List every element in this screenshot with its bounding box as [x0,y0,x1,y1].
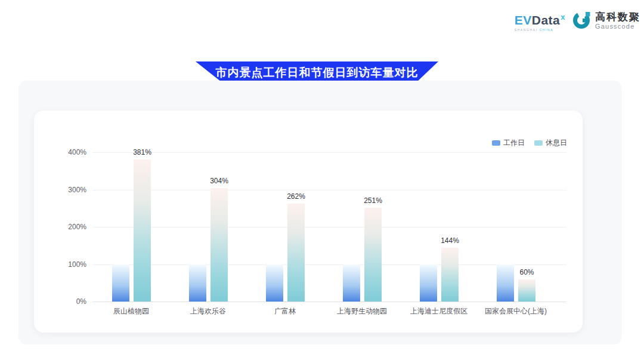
bar-休息日 [364,208,382,302]
evdata-wordmark: EVDatax [515,11,565,27]
bar-value-label: 304% [210,177,228,185]
bar-工作日 [343,264,360,302]
gridline [92,264,566,265]
legend-item-工作日[interactable]: 工作日 [492,138,525,148]
gridline [92,227,566,227]
legend-label: 休息日 [546,138,567,148]
gridline [92,190,566,190]
bar-工作日 [112,264,129,302]
x-axis-label: 上海野生动物园 [337,306,387,316]
chart-card: 工作日休息日 0%100%200%300%400%381%辰山植物园304%上海… [34,110,583,333]
evdata-x-mark: x [561,13,565,21]
y-axis-tick: 100% [51,260,86,269]
header: EVDatax SHANGHAI CHINA 高科数聚 Gausscode [515,10,640,32]
evdata-subtext-right: CHINA [540,28,554,32]
bar-工作日 [497,264,514,302]
x-axis-label: 上海欢乐谷 [190,306,226,316]
gausscode-cn-name: 高科数聚 [595,12,640,23]
legend-swatch [534,140,543,146]
gausscode-logo: 高科数聚 Gausscode [572,10,640,32]
evdata-subtext: SHANGHAI CHINA [515,28,553,32]
legend-swatch [492,140,500,146]
evdata-data-text: Data [532,13,561,27]
bar-value-label: 144% [441,236,459,245]
y-axis-tick: 300% [51,186,86,194]
x-axis-label: 国家会展中心(上海) [485,306,547,316]
page: EVDatax SHANGHAI CHINA 高科数聚 Gausscode 市内… [0,0,644,363]
evdata-ev-text: EV [515,13,532,27]
evdata-logo: EVDatax SHANGHAI CHINA [515,11,565,32]
bar-工作日 [189,264,206,302]
bar-工作日 [266,264,283,302]
bar-value-label: 60% [519,268,534,276]
gausscode-text: 高科数聚 Gausscode [595,12,640,30]
gridline [92,152,566,153]
y-axis-tick: 0% [51,297,86,306]
page-title: 市内景点工作日和节假日到访车量对比 [216,65,419,81]
bar-value-label: 262% [287,192,305,201]
bar-value-label: 251% [364,196,382,205]
bar-休息日 [134,159,151,302]
x-axis-line [92,302,566,302]
bar-休息日 [441,248,459,302]
legend-label: 工作日 [503,138,525,148]
bar-value-label: 381% [133,148,151,156]
evdata-subtext-left: SHANGHAI [515,28,538,32]
bar-chart: 0%100%200%300%400%381%辰山植物园304%上海欢乐谷262%… [92,152,566,302]
bar-工作日 [420,264,437,302]
gausscode-g-icon [572,10,592,32]
gausscode-en-name: Gausscode [595,23,640,30]
chart-legend: 工作日休息日 [492,138,567,148]
legend-item-休息日[interactable]: 休息日 [534,138,567,148]
x-axis-label: 辰山植物园 [113,306,149,316]
y-axis-tick: 200% [51,223,86,231]
x-axis-label: 上海迪士尼度假区 [410,306,467,316]
bar-休息日 [518,279,535,302]
y-axis-tick: 400% [51,148,86,156]
bar-休息日 [287,204,305,302]
bar-休息日 [210,188,228,302]
x-axis-label: 广富林 [274,306,296,316]
